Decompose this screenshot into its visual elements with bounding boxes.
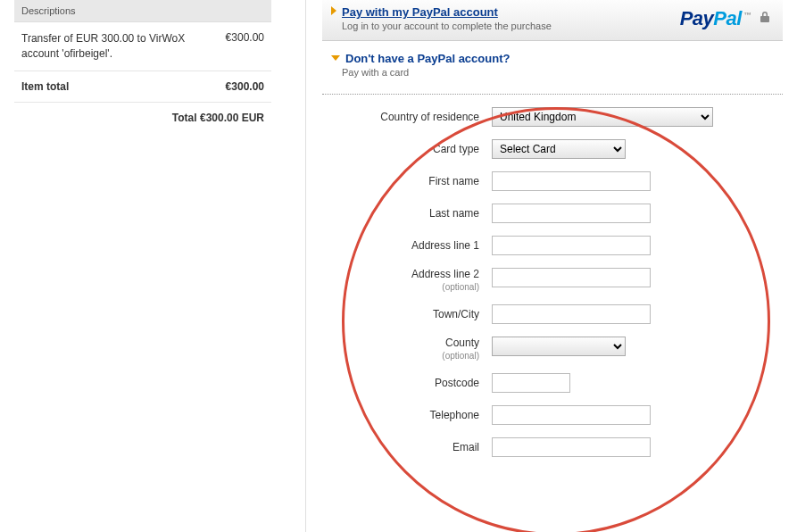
grand-total-value: €300.00 EUR xyxy=(200,112,264,124)
first-name-row: First name xyxy=(322,171,774,191)
line-item-row: Transfer of EUR 300.00 to VirWoX account… xyxy=(14,22,271,71)
line-item-price: €300.00 xyxy=(226,31,264,44)
postcode-input[interactable] xyxy=(492,373,570,393)
optional-text: (optional) xyxy=(322,282,479,292)
line-item-description: Transfer of EUR 300.00 to VirWoX account… xyxy=(21,31,217,62)
address1-label: Address line 1 xyxy=(322,239,492,252)
last-name-label: Last name xyxy=(322,207,492,220)
guest-accordion-title: Don't have a PayPal account? xyxy=(345,52,510,65)
dotted-divider xyxy=(322,94,783,95)
card-type-label: Card type xyxy=(322,143,492,155)
email-row: Email xyxy=(322,437,774,457)
telephone-row: Telephone xyxy=(322,405,774,425)
lock-icon xyxy=(760,5,770,16)
item-total-row: Item total €300.00 xyxy=(14,71,271,103)
first-name-label: First name xyxy=(322,175,492,187)
paypal-logo-pal: Pal xyxy=(713,7,742,29)
paypal-logo: PayPal™ xyxy=(680,5,770,30)
guest-form: Country of residence United Kingdom Card… xyxy=(322,107,783,457)
grand-total-row: Total €300.00 EUR xyxy=(14,103,271,133)
telephone-input[interactable] xyxy=(492,405,651,425)
grand-total-label: Total xyxy=(172,112,197,124)
address2-label: Address line 2 (optional) xyxy=(322,268,492,292)
county-select[interactable] xyxy=(492,337,626,356)
country-row: Country of residence United Kingdom xyxy=(322,107,774,127)
summary-header: Descriptions xyxy=(14,0,271,22)
main-panel: PayPal™ Pay with my PayPal account Log i… xyxy=(322,0,797,532)
country-select[interactable]: United Kingdom xyxy=(492,107,713,127)
address1-row: Address line 1 xyxy=(322,236,774,255)
email-input[interactable] xyxy=(492,437,651,457)
vertical-divider xyxy=(305,0,306,532)
county-row: County (optional) xyxy=(322,337,774,361)
last-name-row: Last name xyxy=(322,204,774,223)
summary-header-label: Descriptions xyxy=(21,5,76,16)
card-type-select[interactable]: Select Card xyxy=(492,139,626,159)
item-total-label: Item total xyxy=(21,80,69,93)
last-name-input[interactable] xyxy=(492,204,651,223)
county-label: County (optional) xyxy=(322,337,492,361)
postcode-row: Postcode xyxy=(322,373,774,393)
paypal-logo-pay: Pay xyxy=(680,7,714,29)
chevron-right-icon xyxy=(331,6,336,15)
login-accordion-title[interactable]: Pay with my PayPal account xyxy=(342,5,498,19)
item-total-price: €300.00 xyxy=(226,80,264,93)
guest-accordion-subtitle: Pay with a card xyxy=(342,67,774,78)
postcode-label: Postcode xyxy=(322,377,492,389)
card-type-row: Card type Select Card xyxy=(322,139,774,159)
first-name-input[interactable] xyxy=(492,171,651,191)
address1-input[interactable] xyxy=(492,236,651,255)
paypal-logo-tm: ™ xyxy=(743,11,751,20)
address2-input[interactable] xyxy=(492,268,651,287)
country-label: Country of residence xyxy=(322,111,492,123)
address2-row: Address line 2 (optional) xyxy=(322,268,774,292)
town-input[interactable] xyxy=(492,304,651,324)
login-accordion-header[interactable]: PayPal™ Pay with my PayPal account Log i… xyxy=(322,0,783,41)
email-label: Email xyxy=(322,441,492,453)
order-summary-sidebar: Descriptions Transfer of EUR 300.00 to V… xyxy=(0,0,277,532)
chevron-down-icon xyxy=(331,55,340,61)
optional-text-2: (optional) xyxy=(322,351,479,361)
town-label: Town/City xyxy=(322,308,492,320)
telephone-label: Telephone xyxy=(322,409,492,421)
guest-accordion-header[interactable]: Don't have a PayPal account? Pay with a … xyxy=(322,41,783,85)
town-row: Town/City xyxy=(322,304,774,324)
